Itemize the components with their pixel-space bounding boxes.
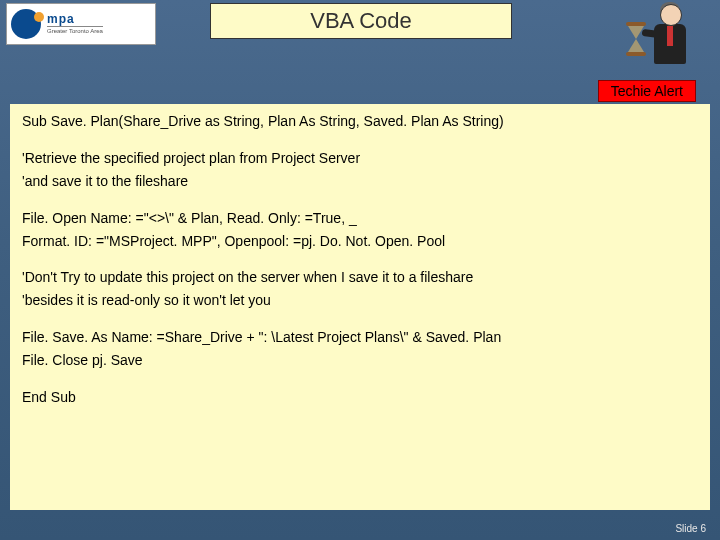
man-head xyxy=(660,4,682,26)
code-line: 'Retrieve the specified project plan fro… xyxy=(22,149,698,168)
code-block: Sub Save. Plan(Share_Drive as String, Pl… xyxy=(10,104,710,510)
code-line: File. Save. As Name: =Share_Drive + ": \… xyxy=(22,328,698,347)
code-line: Sub Save. Plan(Share_Drive as String, Pl… xyxy=(22,112,698,131)
code-line: 'Don't Try to update this project on the… xyxy=(22,268,698,287)
code-line: End Sub xyxy=(22,388,698,407)
businessman-hourglass-icon xyxy=(626,0,696,80)
logo-circle-icon xyxy=(11,9,41,39)
slide-title: VBA Code xyxy=(310,8,412,34)
logo-sub-text: Greater Toronto Area xyxy=(47,26,103,35)
code-line: Format. ID: ="MSProject. MPP", Openpool:… xyxy=(22,232,698,251)
alert-text: Techie Alert xyxy=(611,83,683,99)
slide-number: Slide 6 xyxy=(675,523,706,534)
hourglass-lower xyxy=(628,39,644,52)
org-logo: mpa Greater Toronto Area xyxy=(6,3,156,45)
hourglass-icon xyxy=(626,22,646,56)
slide: mpa Greater Toronto Area VBA Code Techie… xyxy=(0,0,720,540)
man-tie xyxy=(667,26,673,46)
code-line: File. Close pj. Save xyxy=(22,351,698,370)
code-line: File. Open Name: ="<>\" & Plan, Read. On… xyxy=(22,209,698,228)
techie-alert-badge: Techie Alert xyxy=(598,80,696,102)
logo-mpa-text: mpa xyxy=(47,13,103,26)
code-line: 'and save it to the fileshare xyxy=(22,172,698,191)
title-box: VBA Code xyxy=(210,3,512,39)
logo-dot-icon xyxy=(34,12,44,22)
logo-text: mpa Greater Toronto Area xyxy=(47,13,103,35)
code-line: 'besides it is read-only so it won't let… xyxy=(22,291,698,310)
hourglass-bottom-cap xyxy=(626,52,646,56)
